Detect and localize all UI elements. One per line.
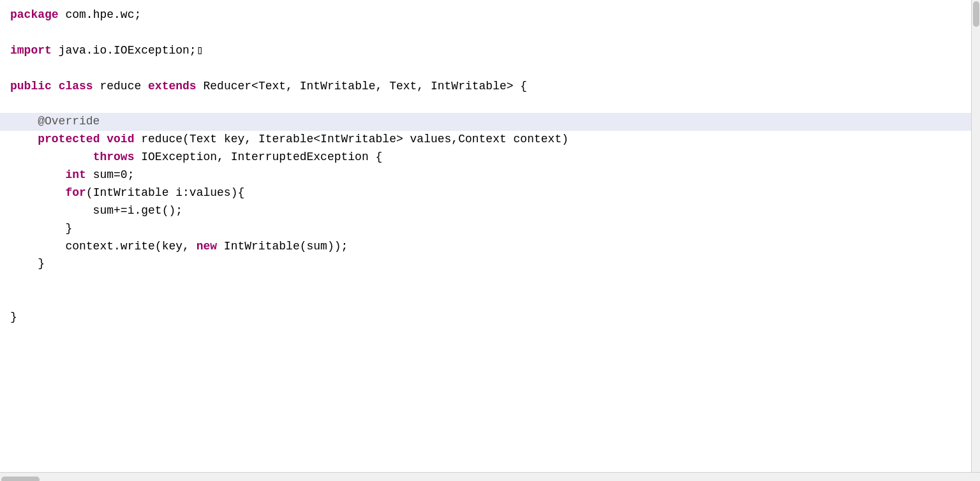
code-token: extends (148, 80, 197, 93)
code-editor: package com.hpe.wc; import java.io.IOExc… (0, 0, 980, 481)
code-token: sum+=i.get(); (10, 204, 182, 217)
code-token (10, 151, 93, 163)
code-token: public (10, 80, 52, 93)
code-token: IOException, InterruptedException { (134, 151, 382, 163)
code-token: (IntWritable i:values){ (86, 186, 244, 199)
code-token: reduce(Text key, Iterable<IntWritable> v… (134, 133, 568, 145)
code-line-9: throws IOException, InterruptedException… (0, 149, 980, 166)
code-token: context.write(key, (10, 240, 197, 253)
code-line-15: } (0, 255, 980, 273)
code-line-10: int sum=0; (0, 166, 980, 184)
code-line-17 (0, 291, 980, 309)
code-token: com.hpe.wc; (59, 8, 142, 21)
code-line-3: import java.io.IOException;▯ (0, 42, 980, 60)
code-line-7: @Override (0, 113, 980, 131)
code-line-1: package com.hpe.wc; (0, 6, 980, 24)
code-line-14: context.write(key, new IntWritable(sum))… (0, 238, 980, 256)
code-line-4 (0, 60, 980, 78)
code-token (10, 133, 38, 145)
code-token (52, 80, 59, 93)
code-token: } (10, 257, 45, 270)
code-token: void (107, 133, 134, 145)
code-token: reduce (93, 80, 148, 93)
code-token: } (10, 311, 17, 323)
code-token (10, 186, 65, 199)
code-token: protected (38, 133, 100, 145)
code-token: IntWritable(sum)); (217, 240, 348, 253)
code-line-6 (0, 95, 980, 113)
vertical-scrollbar[interactable] (971, 0, 980, 472)
code-token: Reducer<Text, IntWritable, Text, IntWrit… (197, 80, 527, 93)
code-line-13: } (0, 220, 980, 238)
code-token: import (10, 44, 52, 57)
vertical-scrollbar-thumb[interactable] (973, 1, 979, 27)
horizontal-scrollbar[interactable] (0, 472, 980, 481)
code-token: class (59, 80, 93, 93)
code-line-12: sum+=i.get(); (0, 202, 980, 220)
code-token: for (65, 186, 85, 199)
code-line-2 (0, 24, 980, 42)
code-token: throws (93, 151, 135, 163)
horizontal-scrollbar-thumb[interactable] (1, 477, 40, 481)
code-token: } (10, 222, 72, 235)
code-token: int (65, 168, 85, 181)
code-token: java.io.IOException;▯ (52, 44, 204, 57)
code-line-8: protected void reduce(Text key, Iterable… (0, 131, 980, 149)
code-token: sum=0; (86, 168, 135, 181)
code-token (100, 133, 107, 145)
code-line-11: for(IntWritable i:values){ (0, 184, 980, 202)
code-line-18: } (0, 309, 980, 327)
code-token: package (10, 8, 59, 21)
code-token: @Override (10, 115, 100, 128)
code-token: new (197, 240, 217, 253)
code-token (10, 168, 65, 181)
code-line-16 (0, 273, 980, 291)
code-line-5: public class reduce extends Reducer<Text… (0, 78, 980, 96)
